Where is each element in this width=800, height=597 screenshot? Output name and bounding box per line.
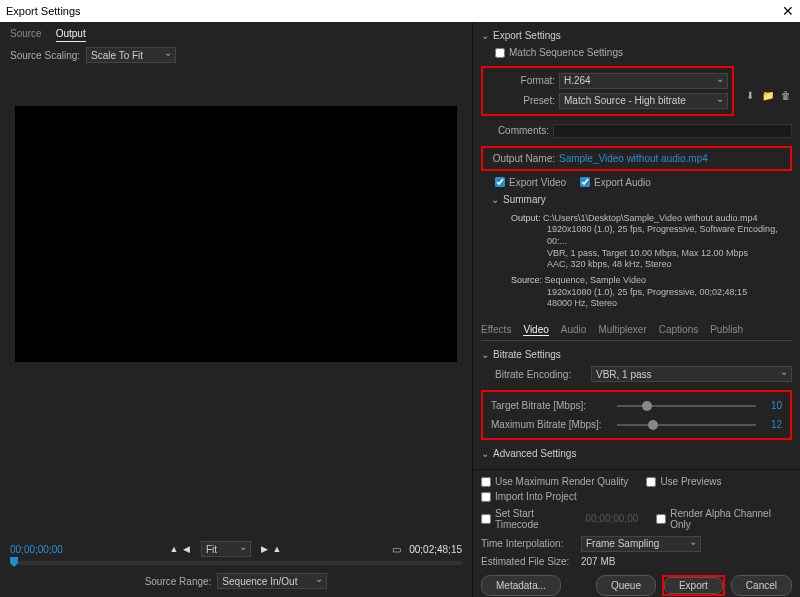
metadata-button[interactable]: Metadata... (481, 575, 561, 596)
export-video-checkbox[interactable]: Export Video (495, 177, 566, 188)
tab-captions[interactable]: Captions (659, 324, 698, 336)
target-bitrate-slider[interactable] (617, 405, 756, 407)
import-preset-icon[interactable]: 📁 (762, 90, 774, 102)
bitrate-header[interactable]: Bitrate Settings (481, 345, 792, 364)
cancel-button[interactable]: Cancel (731, 575, 792, 596)
timecode-start[interactable]: 00;00;00;00 (10, 544, 63, 555)
max-bitrate-label: Maximum Bitrate [Mbps]: (491, 419, 611, 430)
window-title: Export Settings (6, 5, 81, 17)
zoom-fit-dropdown[interactable]: Fit (201, 541, 251, 557)
target-bitrate-label: Target Bitrate [Mbps]: (491, 400, 611, 411)
export-button[interactable]: Export (664, 577, 723, 594)
est-size-value: 207 MB (581, 556, 615, 567)
max-bitrate-value[interactable]: 12 (762, 419, 782, 430)
export-settings-header[interactable]: Export Settings (481, 26, 792, 45)
tab-source[interactable]: Source (10, 28, 42, 42)
max-quality-checkbox[interactable]: Use Maximum Render Quality (481, 476, 628, 487)
playhead[interactable] (10, 557, 18, 567)
target-bitrate-value[interactable]: 10 (762, 400, 782, 411)
comments-input[interactable] (553, 124, 792, 138)
comments-label: Comments: (481, 125, 549, 136)
export-audio-checkbox[interactable]: Export Audio (580, 177, 651, 188)
source-range-dropdown[interactable]: Sequence In/Out (217, 573, 327, 589)
step-back-icon[interactable]: ▲ ◀ (170, 544, 191, 554)
title-bar: Export Settings ✕ (0, 0, 800, 22)
save-preset-icon[interactable]: ⬇ (744, 90, 756, 102)
est-size-label: Estimated File Size: (481, 556, 577, 567)
tab-multiplexer[interactable]: Multiplexer (598, 324, 646, 336)
preview-panel: Source Output Source Scaling: Scale To F… (0, 22, 473, 597)
advanced-header[interactable]: Advanced Settings (481, 444, 792, 463)
aspect-ratio-icon[interactable]: ▭ (389, 542, 403, 556)
step-fwd-icon[interactable]: ▶ ▲ (261, 544, 282, 554)
time-interp-label: Time Interpolation: (481, 538, 577, 549)
delete-preset-icon[interactable]: 🗑 (780, 90, 792, 102)
max-bitrate-slider[interactable] (617, 424, 756, 426)
set-start-tc-checkbox[interactable]: Set Start Timecode 00;00;00;00 (481, 508, 638, 530)
format-label: Format: (487, 75, 555, 86)
timeline-track[interactable] (10, 561, 462, 565)
use-previews-checkbox[interactable]: Use Previews (646, 476, 721, 487)
source-range-label: Source Range: (145, 576, 212, 587)
tab-audio[interactable]: Audio (561, 324, 587, 336)
bitrate-encoding-dropdown[interactable]: VBR, 1 pass (591, 366, 792, 382)
source-scaling-dropdown[interactable]: Scale To Fit (86, 47, 176, 63)
import-project-checkbox[interactable]: Import Into Project (481, 491, 577, 502)
close-icon[interactable]: ✕ (782, 3, 794, 19)
tab-output[interactable]: Output (56, 28, 86, 42)
settings-panel: Export Settings Match Sequence Settings … (473, 22, 800, 597)
render-alpha-checkbox[interactable]: Render Alpha Channel Only (656, 508, 792, 530)
timecode-end: 00;02;48;15 (409, 544, 462, 555)
match-sequence-checkbox[interactable]: Match Sequence Settings (495, 47, 623, 58)
video-preview (15, 106, 457, 362)
bitrate-encoding-label: Bitrate Encoding: (495, 369, 587, 380)
preset-dropdown[interactable]: Match Source - High bitrate (559, 93, 728, 109)
tab-effects[interactable]: Effects (481, 324, 511, 336)
tab-video[interactable]: Video (523, 324, 548, 336)
format-dropdown[interactable]: H.264 (559, 73, 728, 89)
source-scaling-label: Source Scaling: (10, 50, 80, 61)
preset-label: Preset: (487, 95, 555, 106)
tab-publish[interactable]: Publish (710, 324, 743, 336)
summary-header[interactable]: Summary (481, 190, 792, 209)
output-name-label: Output Name: (487, 153, 555, 164)
output-name-link[interactable]: Sample_Video without audio.mp4 (559, 153, 708, 164)
queue-button[interactable]: Queue (596, 575, 656, 596)
time-interp-dropdown[interactable]: Frame Sampling (581, 536, 701, 552)
summary-block: Output: C:\Users\1\Desktop\Sample_Video … (481, 209, 792, 315)
